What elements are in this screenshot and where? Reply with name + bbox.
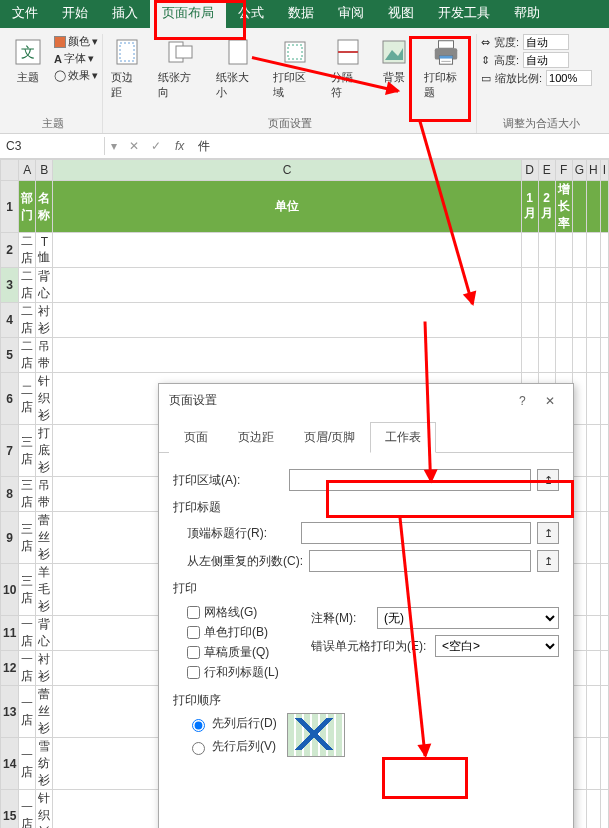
col-header-D[interactable]: D — [521, 160, 538, 181]
cell-1-4[interactable]: 2月 — [538, 181, 555, 233]
cell-11-6[interactable] — [572, 616, 586, 651]
cell-8-0[interactable]: 三店 — [19, 477, 36, 512]
col-header-H[interactable]: H — [586, 160, 600, 181]
cell-3-6[interactable] — [572, 268, 586, 303]
select-all-cell[interactable] — [1, 160, 19, 181]
row-header-10[interactable]: 10 — [1, 564, 19, 616]
top-rows-input[interactable] — [301, 522, 531, 544]
col-header-F[interactable]: F — [555, 160, 572, 181]
cell-5-4[interactable] — [538, 338, 555, 373]
cell-5-5[interactable] — [555, 338, 572, 373]
cell-11-7[interactable] — [586, 616, 600, 651]
cell-5-7[interactable] — [586, 338, 600, 373]
close-icon[interactable]: ✕ — [537, 394, 563, 408]
radio-over-down[interactable] — [192, 742, 205, 755]
print-area-range-btn[interactable]: ↥ — [537, 469, 559, 491]
cell-2-6[interactable] — [572, 233, 586, 268]
menu-tab-7[interactable]: 视图 — [376, 0, 426, 28]
name-box[interactable]: C3 — [0, 137, 105, 155]
cell-12-1[interactable]: 衬衫 — [36, 651, 53, 686]
cell-13-1[interactable]: 蕾丝衫 — [36, 686, 53, 738]
cell-12-7[interactable] — [586, 651, 600, 686]
col-header-B[interactable]: B — [36, 160, 53, 181]
cell-2-3[interactable] — [521, 233, 538, 268]
row-header-4[interactable]: 4 — [1, 303, 19, 338]
cell-3-8[interactable] — [600, 268, 608, 303]
row-header-1[interactable]: 1 — [1, 181, 19, 233]
row-header-5[interactable]: 5 — [1, 338, 19, 373]
cell-13-7[interactable] — [586, 686, 600, 738]
cell-11-8[interactable] — [600, 616, 608, 651]
menu-tab-5[interactable]: 数据 — [276, 0, 326, 28]
cell-2-8[interactable] — [600, 233, 608, 268]
row-header-9[interactable]: 9 — [1, 512, 19, 564]
cell-1-0[interactable]: 部门 — [19, 181, 36, 233]
cell-10-1[interactable]: 羊毛衫 — [36, 564, 53, 616]
cell-5-3[interactable] — [521, 338, 538, 373]
cell-3-5[interactable] — [555, 268, 572, 303]
left-cols-input[interactable] — [309, 550, 531, 572]
cell-2-4[interactable] — [538, 233, 555, 268]
cell-5-8[interactable] — [600, 338, 608, 373]
cell-6-6[interactable] — [572, 373, 586, 425]
cell-7-1[interactable]: 打底衫 — [36, 425, 53, 477]
col-header-G[interactable]: G — [572, 160, 586, 181]
themes-fonts[interactable]: A 字体 ▾ — [54, 51, 98, 66]
fb-cancel[interactable]: ▾ — [105, 139, 123, 153]
cell-3-2[interactable] — [53, 268, 521, 303]
cell-8-6[interactable] — [572, 477, 586, 512]
margins-button[interactable]: 页边距 — [107, 34, 148, 102]
row-header-13[interactable]: 13 — [1, 686, 19, 738]
themes-effects[interactable]: ◯ 效果 ▾ — [54, 68, 98, 83]
cell-10-8[interactable] — [600, 564, 608, 616]
chk-headings[interactable] — [187, 666, 200, 679]
cell-2-1[interactable]: T恤 — [36, 233, 53, 268]
col-header-C[interactable]: C — [53, 160, 521, 181]
cell-4-3[interactable] — [521, 303, 538, 338]
cell-9-7[interactable] — [586, 512, 600, 564]
cell-6-7[interactable] — [586, 373, 600, 425]
cell-12-0[interactable]: 一店 — [19, 651, 36, 686]
cell-3-4[interactable] — [538, 268, 555, 303]
cell-8-8[interactable] — [600, 477, 608, 512]
row-header-3[interactable]: 3 — [1, 268, 19, 303]
cell-10-7[interactable] — [586, 564, 600, 616]
print-area-input[interactable] — [289, 469, 531, 491]
cell-13-6[interactable] — [572, 686, 586, 738]
menu-tab-6[interactable]: 审阅 — [326, 0, 376, 28]
dialog-tab-0[interactable]: 页面 — [169, 422, 223, 453]
menu-tab-3[interactable]: 页面布局 — [150, 0, 226, 28]
cell-5-0[interactable]: 二店 — [19, 338, 36, 373]
scale-ratio[interactable]: ▭ 缩放比例: — [481, 70, 601, 86]
cell-14-6[interactable] — [572, 738, 586, 790]
cell-5-6[interactable] — [572, 338, 586, 373]
cell-1-1[interactable]: 名称 — [36, 181, 53, 233]
cell-12-6[interactable] — [572, 651, 586, 686]
errors-select[interactable]: <空白> — [435, 635, 559, 657]
cell-7-6[interactable] — [572, 425, 586, 477]
cell-12-8[interactable] — [600, 651, 608, 686]
cell-4-4[interactable] — [538, 303, 555, 338]
cell-9-0[interactable]: 三店 — [19, 512, 36, 564]
cell-15-7[interactable] — [586, 790, 600, 829]
cell-6-8[interactable] — [600, 373, 608, 425]
cell-4-1[interactable]: 衬衫 — [36, 303, 53, 338]
cell-4-2[interactable] — [53, 303, 521, 338]
scale-height[interactable]: ⇕ 高度: — [481, 52, 601, 68]
cell-4-0[interactable]: 二店 — [19, 303, 36, 338]
menu-tab-4[interactable]: 公式 — [226, 0, 276, 28]
size-button[interactable]: 纸张大小 — [212, 34, 264, 102]
cell-15-6[interactable] — [572, 790, 586, 829]
cell-1-5[interactable]: 增长率 — [555, 181, 572, 233]
scale-width-input[interactable] — [523, 34, 569, 50]
fb-check[interactable]: ✓ — [145, 139, 167, 153]
cell-14-1[interactable]: 雪纺衫 — [36, 738, 53, 790]
cell-4-6[interactable] — [572, 303, 586, 338]
radio-down-over[interactable] — [192, 719, 205, 732]
cell-1-8[interactable] — [600, 181, 608, 233]
breaks-button[interactable]: 分隔符 — [327, 34, 368, 102]
scale-ratio-input[interactable] — [546, 70, 592, 86]
cell-8-7[interactable] — [586, 477, 600, 512]
cell-2-0[interactable]: 二店 — [19, 233, 36, 268]
menu-tab-0[interactable]: 文件 — [0, 0, 50, 28]
